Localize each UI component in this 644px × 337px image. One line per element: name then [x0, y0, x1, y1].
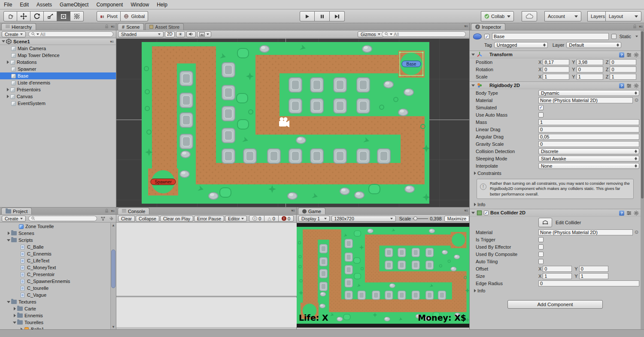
inspector-scrollbar[interactable] [641, 30, 644, 329]
menu-assets[interactable]: Assets [33, 0, 56, 9]
gear-icon[interactable] [634, 52, 639, 57]
tab-project[interactable]: Project [1, 208, 32, 214]
tag-dropdown[interactable]: Untagged [494, 42, 548, 48]
static-checkbox[interactable] [611, 34, 617, 39]
project-create-button[interactable]: Create [2, 216, 26, 222]
shading-mode-dropdown[interactable]: Shaded [118, 31, 164, 37]
add-component-button[interactable]: Add Component [507, 300, 603, 309]
expand-arrow[interactable] [7, 88, 9, 91]
scene-search-input[interactable]: All [382, 31, 466, 37]
scale-x-field[interactable]: 1 [543, 74, 569, 80]
scale-z-field[interactable]: 1 [610, 74, 636, 80]
gravity-scale-field[interactable]: 0 [538, 141, 639, 147]
foldout-arrow[interactable] [471, 212, 475, 214]
info-count-toggle[interactable]: ! 0 [249, 215, 264, 222]
expand-arrow[interactable] [14, 307, 16, 310]
menu-window[interactable]: Window [127, 0, 153, 9]
col-material-object-field[interactable]: None (Physics Material 2D) [538, 229, 633, 235]
tab-scene[interactable]: # Scene [118, 23, 144, 30]
scene-menu-icon[interactable]: ▾≡ [110, 39, 113, 44]
effects-toggle-button[interactable] [197, 31, 211, 37]
display-dropdown[interactable]: Display 1 [298, 216, 330, 222]
step-button[interactable] [330, 11, 345, 21]
presets-icon[interactable] [626, 211, 632, 216]
move-tool-button[interactable] [17, 11, 30, 21]
resolution-dropdown[interactable]: 1280x720 [331, 216, 396, 222]
static-dropdown-arrow[interactable] [635, 36, 638, 37]
menu-gameobject[interactable]: GameObject [56, 0, 92, 9]
lock-icon[interactable] [105, 208, 109, 213]
panel-menu-icon[interactable]: ▾≡ [639, 24, 642, 29]
rect-tool-button[interactable] [57, 11, 70, 21]
transform-tool-button[interactable] [70, 11, 84, 21]
scale-y-field[interactable]: 1 [577, 74, 603, 80]
tab-console[interactable]: Console [118, 208, 149, 214]
expand-arrow[interactable] [7, 95, 9, 98]
position-z-field[interactable]: 0 [610, 59, 636, 65]
angular-drag-field[interactable]: 0,05 [538, 134, 639, 140]
scrollbar-thumb[interactable] [111, 250, 115, 288]
scene-viewport[interactable]: Base Spawner [116, 39, 469, 207]
scale-slider-thumb[interactable] [413, 217, 417, 220]
pause-button[interactable] [315, 11, 330, 21]
used-by-composite-checkbox[interactable] [538, 252, 544, 257]
scale-tool-button[interactable] [44, 11, 57, 21]
scrollbar-thumb[interactable] [641, 31, 644, 199]
tab-inspector[interactable]: i Inspector [471, 23, 505, 30]
expand-arrow[interactable] [14, 314, 16, 317]
is-trigger-checkbox[interactable] [538, 237, 544, 242]
hand-tool-button[interactable] [3, 11, 17, 21]
size-y-field[interactable]: 1 [579, 273, 608, 279]
project-item-carte[interactable]: Carte [0, 305, 111, 312]
panel-menu-icon[interactable]: ▾≡ [111, 24, 114, 29]
project-item-ennemis[interactable]: Ennemis [0, 312, 111, 319]
project-item-tourelles[interactable]: Tourelles [0, 319, 111, 326]
lighting-toggle-button[interactable]: ☀ [176, 31, 185, 37]
panel-menu-icon[interactable]: ▾≡ [464, 24, 468, 28]
hierarchy-item-canvas[interactable]: Canvas [0, 93, 116, 100]
console-log-list[interactable] [116, 223, 297, 297]
collapse-arrow[interactable] [7, 239, 10, 241]
offset-x-field[interactable]: 0 [543, 266, 572, 272]
project-item-textures[interactable]: Textures [0, 298, 111, 305]
cloud-button[interactable] [522, 11, 537, 21]
object-picker-icon[interactable]: ⊙ [635, 97, 638, 103]
console-error-pause-button[interactable]: Error Pause [194, 216, 224, 222]
use-auto-mass-checkbox[interactable] [538, 112, 544, 117]
size-x-field[interactable]: 1 [543, 273, 572, 279]
tab-game[interactable]: Game [298, 208, 325, 214]
project-item-c-presentoir[interactable]: C_Presentoir [0, 271, 111, 278]
presets-icon[interactable] [626, 83, 632, 88]
lock-icon[interactable] [105, 24, 109, 29]
pivot-toggle-button[interactable]: Pivot [97, 11, 121, 21]
project-item-zone-tourelle[interactable]: Zone Tourelle [0, 223, 111, 230]
boxcollider2d-header[interactable]: ✓ Box Collider 2D ? [470, 209, 641, 217]
position-y-field[interactable]: 3,98 [577, 59, 603, 65]
edit-collider-button[interactable] [538, 218, 552, 227]
gear-icon[interactable] [634, 211, 639, 216]
foldout-arrow[interactable] [471, 54, 475, 56]
collider-info-foldout[interactable]: Info [470, 287, 641, 294]
console-editor-dropdown[interactable]: Editor [225, 216, 247, 222]
simulated-checkbox[interactable]: ✓ [538, 105, 544, 110]
interpolate-dropdown[interactable]: None [538, 163, 639, 169]
error-count-toggle[interactable]: ! 0 [279, 215, 294, 222]
gameobject-name-field[interactable]: Base [492, 33, 609, 40]
layout-dropdown[interactable]: Layout [605, 11, 641, 21]
project-item-balle1[interactable]: Balle1 [0, 326, 111, 329]
panel-menu-icon[interactable]: ▾≡ [464, 208, 468, 213]
spawner-gizmo[interactable]: Spawner [151, 179, 176, 185]
hierarchy-item-liste-ennemis[interactable]: Liste d'ennemis [0, 79, 116, 86]
edge-radius-field[interactable]: 0 [538, 280, 639, 286]
object-picker-icon[interactable]: ⊙ [635, 229, 638, 235]
account-dropdown[interactable]: Account [544, 11, 581, 21]
search-by-label-icon[interactable] [109, 216, 114, 221]
audio-toggle-button[interactable] [186, 31, 196, 37]
scroll-down-arrow[interactable]: ▼ [112, 325, 115, 329]
project-item-scenes[interactable]: Scenes [0, 230, 111, 237]
hierarchy-item-main-camera[interactable]: Main Camera [0, 45, 116, 52]
scale-slider[interactable] [413, 218, 428, 219]
base-gizmo[interactable]: Base [402, 61, 421, 67]
console-collapse-button[interactable]: Collapse [136, 216, 159, 222]
project-item-c-spawnerennemis[interactable]: C_SpawnerEnnemis [0, 278, 111, 285]
